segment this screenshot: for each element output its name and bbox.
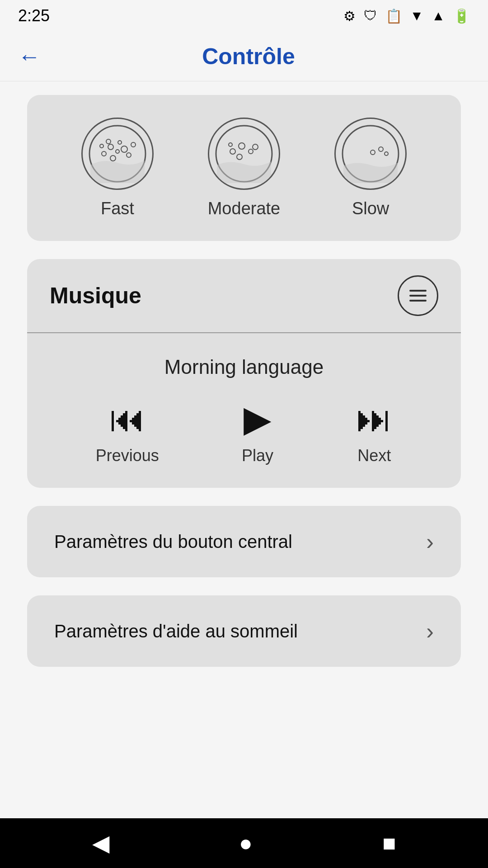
play-button[interactable]: ▶ Play: [242, 401, 273, 465]
page-title: Contrôle: [54, 43, 443, 70]
settings-central-button-label: Paramètres du bouton central: [54, 532, 292, 552]
speed-option-moderate[interactable]: Moderate: [208, 118, 281, 218]
svg-point-10: [131, 142, 136, 147]
sim-status-icon: 📋: [385, 8, 402, 24]
next-button[interactable]: ⏭ Next: [356, 401, 392, 465]
svg-point-2: [108, 144, 113, 150]
svg-point-5: [106, 139, 111, 144]
main-content: Fast Moderate: [0, 81, 488, 818]
back-button[interactable]: ←: [18, 45, 41, 68]
speed-option-fast[interactable]: Fast: [81, 118, 154, 218]
svg-point-14: [249, 149, 253, 154]
nav-home-button[interactable]: ●: [239, 830, 253, 856]
status-time: 2:25: [18, 6, 50, 25]
svg-point-1: [102, 151, 106, 156]
bottom-nav: ◀ ● ■: [0, 818, 488, 868]
speed-circle-fast: [81, 118, 154, 190]
nav-back-button[interactable]: ◀: [92, 830, 109, 856]
svg-point-21: [385, 152, 388, 156]
shield-status-icon: 🛡: [364, 8, 377, 24]
music-card-title: Musique: [50, 283, 141, 309]
svg-point-3: [116, 150, 119, 153]
settings-central-button[interactable]: Paramètres du bouton central ›: [27, 506, 461, 577]
speed-label-moderate: Moderate: [208, 199, 281, 218]
speed-options: Fast Moderate: [54, 118, 434, 218]
speed-circle-moderate: [208, 118, 280, 190]
settings-status-icon: ⚙: [343, 8, 356, 24]
svg-point-7: [127, 153, 131, 157]
previous-label: Previous: [96, 446, 159, 465]
music-card-body: Morning language ⏮ Previous ▶ Play ⏭ Nex…: [27, 333, 461, 488]
nav-recent-button[interactable]: ■: [382, 830, 396, 856]
svg-point-4: [121, 146, 127, 152]
settings-sleep-aid-label: Paramètres d'aide au sommeil: [54, 621, 298, 642]
previous-button[interactable]: ⏮ Previous: [96, 401, 159, 465]
status-bar: 2:25 ⚙ 🛡 📋 ▼ ▲ 🔋: [0, 0, 488, 32]
track-name: Morning language: [164, 356, 324, 378]
wifi-icon: ▼: [410, 8, 424, 24]
music-controls: ⏮ Previous ▶ Play ⏭ Next: [54, 401, 434, 465]
chevron-right-icon-sleep: ›: [426, 618, 434, 644]
next-label: Next: [357, 446, 391, 465]
music-card: Musique Morning language ⏮ Previous: [27, 259, 461, 488]
speed-label-slow: Slow: [352, 199, 389, 218]
battery-icon: 🔋: [453, 8, 470, 24]
svg-point-20: [379, 147, 383, 151]
app-bar: ← Contrôle: [0, 32, 488, 81]
next-icon: ⏭: [356, 401, 392, 437]
svg-point-15: [237, 154, 242, 160]
speed-circle-slow: [334, 118, 407, 190]
svg-point-17: [229, 143, 232, 146]
status-icons: ⚙ 🛡 📋 ▼ ▲ 🔋: [343, 8, 470, 24]
svg-point-6: [118, 141, 122, 144]
svg-point-19: [371, 150, 375, 155]
signal-icon: ▲: [432, 8, 445, 24]
speed-label-fast: Fast: [101, 199, 134, 218]
svg-point-12: [230, 149, 235, 154]
svg-point-9: [100, 144, 103, 148]
svg-point-13: [239, 143, 245, 149]
music-card-header: Musique: [27, 259, 461, 333]
playlist-button[interactable]: [398, 275, 438, 316]
play-label: Play: [242, 446, 273, 465]
svg-point-8: [110, 156, 116, 161]
chevron-right-icon-central: ›: [426, 528, 434, 555]
play-icon: ▶: [244, 401, 272, 437]
speed-card: Fast Moderate: [27, 95, 461, 241]
settings-sleep-aid[interactable]: Paramètres d'aide au sommeil ›: [27, 595, 461, 667]
previous-icon: ⏮: [109, 401, 145, 437]
svg-point-16: [253, 144, 258, 150]
speed-option-slow[interactable]: Slow: [334, 118, 407, 218]
